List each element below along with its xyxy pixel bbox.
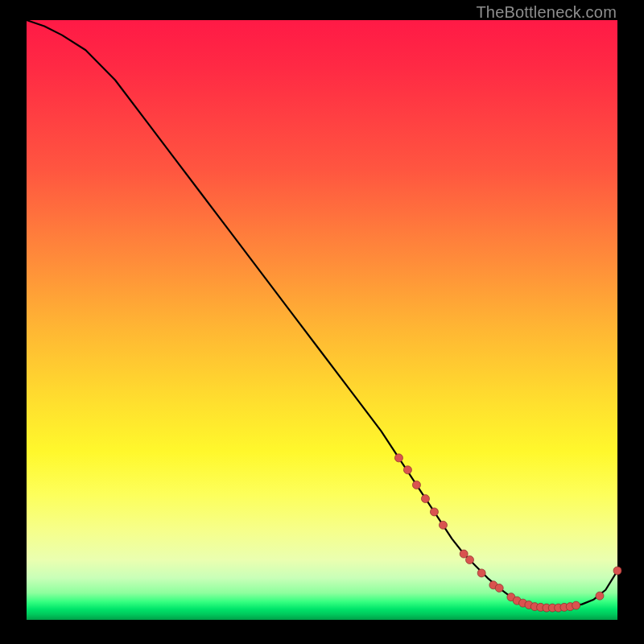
data-marker bbox=[596, 592, 604, 600]
data-marker bbox=[460, 550, 468, 558]
data-marker bbox=[477, 569, 485, 577]
data-marker bbox=[403, 466, 411, 474]
data-marker bbox=[412, 481, 420, 489]
data-marker bbox=[572, 601, 580, 609]
data-marker bbox=[495, 584, 503, 592]
plot-area bbox=[27, 20, 617, 620]
data-marker bbox=[430, 508, 438, 516]
data-marker bbox=[439, 521, 447, 529]
watermark-text: TheBottleneck.com bbox=[476, 3, 617, 22]
chart-stage: TheBottleneck.com bbox=[0, 0, 644, 644]
curve-line bbox=[27, 20, 617, 608]
chart-svg bbox=[27, 20, 617, 620]
data-marker bbox=[613, 567, 621, 575]
data-marker bbox=[421, 495, 429, 503]
data-marker bbox=[466, 556, 474, 564]
data-marker bbox=[394, 454, 402, 462]
marker-layer bbox=[394, 454, 621, 612]
